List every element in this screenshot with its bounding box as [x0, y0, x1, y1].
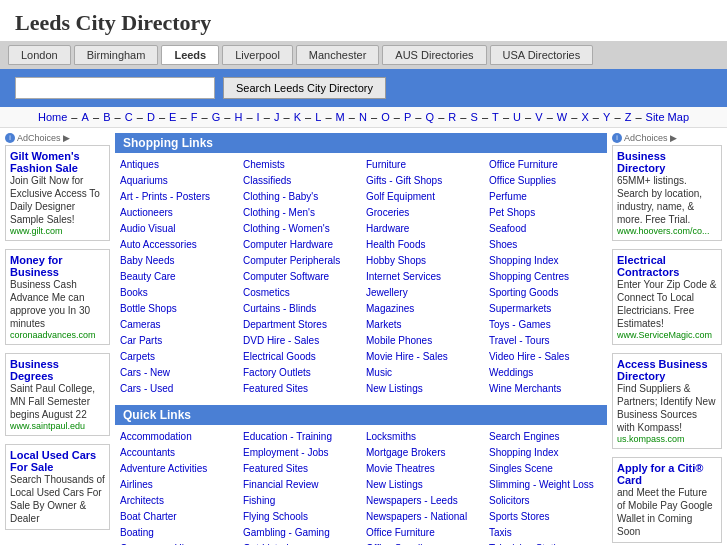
- shopping-link[interactable]: Curtains - Blinds: [243, 301, 356, 317]
- shopping-link[interactable]: Computer Hardware: [243, 237, 356, 253]
- shopping-link[interactable]: Golf Equipment: [366, 189, 479, 205]
- breadcrumb-letter-W[interactable]: W: [557, 111, 567, 123]
- quick-link[interactable]: Shopping Index: [489, 445, 602, 461]
- breadcrumb-letter-A[interactable]: A: [82, 111, 89, 123]
- breadcrumb-letter-F[interactable]: F: [191, 111, 198, 123]
- shopping-link[interactable]: Magazines: [366, 301, 479, 317]
- shopping-link[interactable]: Gifts - Gift Shops: [366, 173, 479, 189]
- breadcrumb-letter-G[interactable]: G: [212, 111, 221, 123]
- shopping-link[interactable]: Office Supplies: [489, 173, 602, 189]
- shopping-link[interactable]: Cars - Used: [120, 381, 233, 397]
- breadcrumb-letter-L[interactable]: L: [315, 111, 321, 123]
- shopping-link[interactable]: Mobile Phones: [366, 333, 479, 349]
- quick-link[interactable]: Search Engines: [489, 429, 602, 445]
- shopping-link[interactable]: Markets: [366, 317, 479, 333]
- breadcrumb-letter-I[interactable]: I: [257, 111, 260, 123]
- right-ad-title-3[interactable]: Apply for a Citi® Card: [617, 462, 717, 486]
- breadcrumb-letter-C[interactable]: C: [125, 111, 133, 123]
- shopping-link[interactable]: Toys - Games: [489, 317, 602, 333]
- quick-link[interactable]: Office Furniture: [366, 525, 479, 541]
- nav-tab-liverpool[interactable]: Liverpool: [222, 45, 293, 65]
- breadcrumb-letter-P[interactable]: P: [404, 111, 411, 123]
- shopping-link[interactable]: Baby Needs: [120, 253, 233, 269]
- shopping-link[interactable]: Computer Peripherals: [243, 253, 356, 269]
- shopping-link[interactable]: Computer Software: [243, 269, 356, 285]
- shopping-link[interactable]: Auto Accessories: [120, 237, 233, 253]
- shopping-link[interactable]: Supermarkets: [489, 301, 602, 317]
- breadcrumb-letter-M[interactable]: M: [336, 111, 345, 123]
- quick-link[interactable]: Mortgage Brokers: [366, 445, 479, 461]
- shopping-link[interactable]: Aquariums: [120, 173, 233, 189]
- breadcrumb-letter-H[interactable]: H: [234, 111, 242, 123]
- shopping-link[interactable]: Antiques: [120, 157, 233, 173]
- quick-link[interactable]: Flying Schools: [243, 509, 356, 525]
- shopping-link[interactable]: Office Furniture: [489, 157, 602, 173]
- quick-link[interactable]: Locksmiths: [366, 429, 479, 445]
- quick-link[interactable]: Office Supplies: [366, 541, 479, 545]
- shopping-link[interactable]: Pet Shops: [489, 205, 602, 221]
- breadcrumb-letter-N[interactable]: N: [359, 111, 367, 123]
- nav-tab-london[interactable]: London: [8, 45, 71, 65]
- shopping-link[interactable]: Chemists: [243, 157, 356, 173]
- shopping-link[interactable]: Cosmetics: [243, 285, 356, 301]
- shopping-link[interactable]: Weddings: [489, 365, 602, 381]
- quick-link[interactable]: Architects: [120, 493, 233, 509]
- shopping-link[interactable]: Jewellery: [366, 285, 479, 301]
- shopping-link[interactable]: Car Parts: [120, 333, 233, 349]
- shopping-link[interactable]: Cameras: [120, 317, 233, 333]
- shopping-link[interactable]: Music: [366, 365, 479, 381]
- shopping-link[interactable]: Sporting Goods: [489, 285, 602, 301]
- shopping-link[interactable]: Wine Merchants: [489, 381, 602, 397]
- shopping-link[interactable]: Shopping Index: [489, 253, 602, 269]
- shopping-link[interactable]: Cars - New: [120, 365, 233, 381]
- search-input[interactable]: [15, 77, 215, 99]
- breadcrumb-letter-K[interactable]: K: [294, 111, 301, 123]
- breadcrumb-letter-Y[interactable]: Y: [603, 111, 610, 123]
- quick-link[interactable]: Employment - Jobs: [243, 445, 356, 461]
- quick-link[interactable]: Boat Charter: [120, 509, 233, 525]
- right-ad-title-1[interactable]: Electrical Contractors: [617, 254, 717, 278]
- breadcrumb-letter-V[interactable]: V: [535, 111, 542, 123]
- quick-link[interactable]: Education - Training: [243, 429, 356, 445]
- shopping-link[interactable]: Beauty Care: [120, 269, 233, 285]
- breadcrumb-letter-J[interactable]: J: [274, 111, 280, 123]
- quick-link[interactable]: Featured Sites: [243, 461, 356, 477]
- quick-link[interactable]: New Listings: [366, 477, 479, 493]
- shopping-link[interactable]: Perfume: [489, 189, 602, 205]
- nav-tab-leeds[interactable]: Leeds: [161, 45, 219, 65]
- quick-link[interactable]: Financial Review: [243, 477, 356, 493]
- breadcrumb-letter-D[interactable]: D: [147, 111, 155, 123]
- shopping-link[interactable]: Seafood: [489, 221, 602, 237]
- quick-link[interactable]: Boating: [120, 525, 233, 541]
- quick-link[interactable]: Get Listed: [243, 541, 356, 545]
- shopping-link[interactable]: Bottle Shops: [120, 301, 233, 317]
- quick-link[interactable]: Adventure Activities: [120, 461, 233, 477]
- shopping-link[interactable]: Furniture: [366, 157, 479, 173]
- left-ad-title-0[interactable]: Gilt Women's Fashion Sale: [10, 150, 105, 174]
- breadcrumb-letter-O[interactable]: O: [381, 111, 390, 123]
- shopping-link[interactable]: Groceries: [366, 205, 479, 221]
- quick-link[interactable]: Newspapers - National: [366, 509, 479, 525]
- quick-link[interactable]: Accommodation: [120, 429, 233, 445]
- shopping-link[interactable]: Department Stores: [243, 317, 356, 333]
- quick-link[interactable]: Airlines: [120, 477, 233, 493]
- shopping-link[interactable]: Auctioneers: [120, 205, 233, 221]
- right-ad-title-0[interactable]: Business Directory: [617, 150, 717, 174]
- breadcrumb-letter-Z[interactable]: Z: [625, 111, 632, 123]
- nav-tab-manchester[interactable]: Manchester: [296, 45, 379, 65]
- breadcrumb-sitemap[interactable]: Site Map: [646, 111, 689, 123]
- shopping-link[interactable]: Hobby Shops: [366, 253, 479, 269]
- breadcrumb-letter-S[interactable]: S: [471, 111, 478, 123]
- breadcrumb-letter-Q[interactable]: Q: [426, 111, 435, 123]
- shopping-link[interactable]: Video Hire - Sales: [489, 349, 602, 365]
- breadcrumb-letter-E[interactable]: E: [169, 111, 176, 123]
- quick-link[interactable]: Singles Scene: [489, 461, 602, 477]
- nav-tab-usa-directories[interactable]: USA Directories: [490, 45, 594, 65]
- shopping-link[interactable]: Audio Visual: [120, 221, 233, 237]
- shopping-link[interactable]: Clothing - Baby's: [243, 189, 356, 205]
- shopping-link[interactable]: Clothing - Women's: [243, 221, 356, 237]
- quick-link[interactable]: Taxis: [489, 525, 602, 541]
- breadcrumb-letter-U[interactable]: U: [513, 111, 521, 123]
- left-ad-title-2[interactable]: Business Degrees: [10, 358, 105, 382]
- shopping-link[interactable]: Books: [120, 285, 233, 301]
